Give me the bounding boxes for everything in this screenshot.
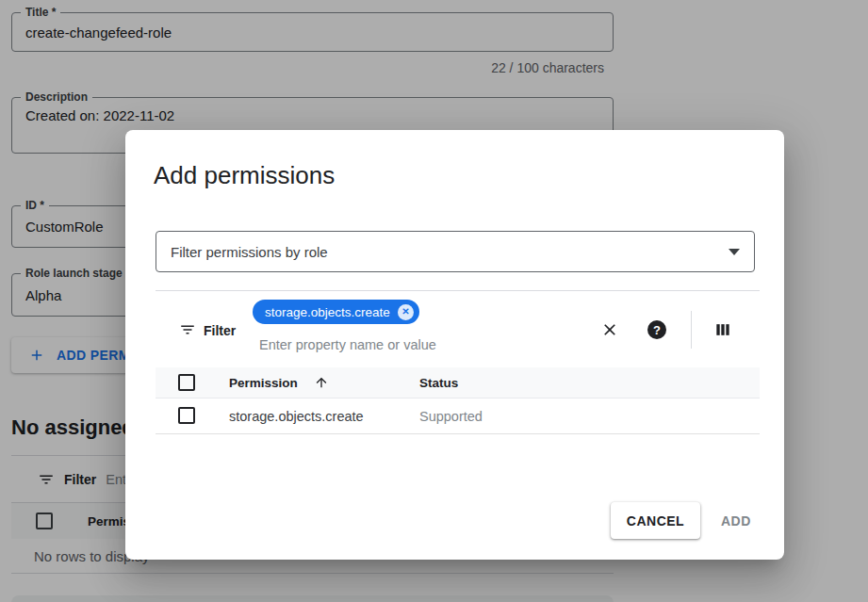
add-button[interactable]: ADD: [721, 502, 751, 539]
add-permissions-dialog: Add permissions Filter permissions by ro…: [125, 130, 784, 560]
table-row[interactable]: storage.objects.create Supported: [156, 399, 760, 434]
role-filter-placeholder: Filter permissions by role: [171, 244, 328, 260]
dialog-filter-label: Filter: [204, 323, 236, 338]
column-display-icon[interactable]: [712, 318, 734, 341]
status-column-header[interactable]: Status: [419, 376, 458, 390]
dropdown-arrow-icon: [729, 249, 740, 255]
permission-cell: storage.objects.create: [229, 409, 364, 424]
filter-funnel-icon: [179, 321, 196, 338]
dialog-title: Add permissions: [154, 161, 335, 190]
permissions-table-header: Permission Status: [156, 367, 760, 399]
role-filter-dropdown[interactable]: Filter permissions by role: [156, 231, 755, 272]
sort-ascending-icon[interactable]: [314, 375, 329, 390]
dialog-filter-toolbar: Filter storage.objects.create ✕ Enter pr…: [156, 291, 760, 367]
permissions-table: Permission Status storage.objects.create…: [156, 367, 760, 434]
permission-column-header[interactable]: Permission: [229, 376, 298, 390]
dialog-filter-input[interactable]: Enter property name or value: [259, 337, 436, 352]
row-checkbox[interactable]: [178, 407, 195, 424]
select-all-checkbox[interactable]: [178, 374, 195, 391]
create-role-page: Title * create-changefeed-role 22 / 100 …: [0, 0, 868, 602]
filter-chip[interactable]: storage.objects.create ✕: [253, 300, 419, 324]
cancel-button[interactable]: CANCEL: [611, 502, 700, 539]
status-cell: Supported: [419, 409, 483, 424]
clear-filters-button[interactable]: [598, 318, 621, 341]
toolbar-divider: [691, 311, 692, 349]
chip-remove-icon[interactable]: ✕: [398, 304, 414, 320]
help-icon[interactable]: ?: [646, 318, 668, 341]
filter-chip-label: storage.objects.create: [265, 305, 390, 319]
